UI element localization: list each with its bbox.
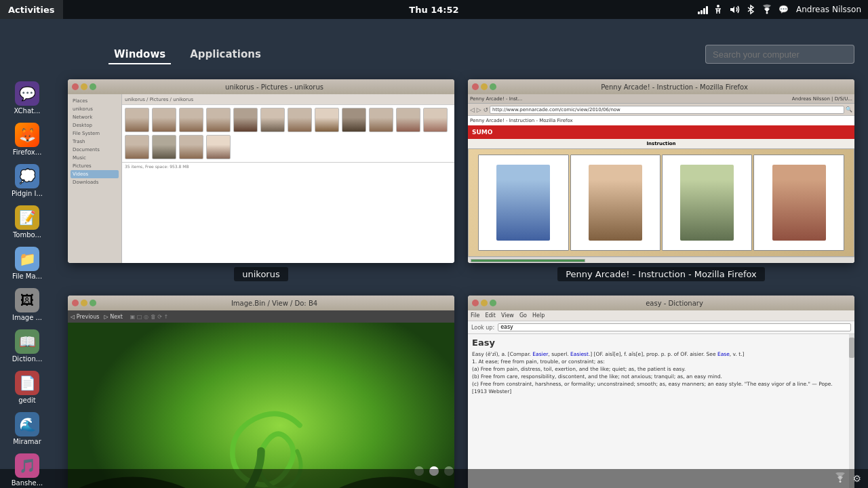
window-card-image: Image.Bin / View / Do: B4 ◁ Previous ▷ N… — [68, 295, 454, 488]
fm-thumb-6 — [260, 108, 285, 132]
close-btn — [72, 83, 79, 90]
dict-scroll-thumb — [849, 338, 854, 358]
sidebar: 💬 XChat... 🦊 Firefox... 💭 Pidgin I... 📝 … — [0, 72, 54, 454]
sidebar-item-banshee[interactable]: 🎵 Banshe... — [4, 451, 50, 488]
miramar-icon: 🌊 — [15, 412, 39, 436]
sidebar-item-firefox[interactable]: 🦊 Firefox... — [4, 120, 50, 159]
tab-windows[interactable]: Windows — [108, 45, 171, 64]
xchat-label: XChat... — [14, 107, 40, 115]
bottom-bar: ⚙ — [0, 469, 868, 488]
ff-comic — [468, 148, 854, 257]
fm-thumb-3 — [179, 108, 203, 132]
user-name[interactable]: Andreas Nilsson — [796, 5, 861, 14]
image-main — [68, 323, 454, 488]
banshee-label: Banshe... — [12, 479, 43, 487]
fm-downloads: Downloads — [71, 178, 119, 186]
sidebar-item-pidgin[interactable]: 💭 Pidgin I... — [4, 161, 50, 200]
image-icon: 🖼 — [15, 288, 39, 312]
activities-button[interactable]: Activities — [0, 0, 63, 19]
gedit-label: gedit — [18, 396, 36, 404]
dict-label: Diction... — [12, 355, 43, 363]
fm-grid — [122, 105, 454, 162]
ff-progress — [471, 259, 585, 262]
window-label-fileman: unikorus — [234, 267, 288, 281]
firefox-content: Penny Arcade! - Inst... Andreas Nilsson … — [468, 94, 854, 263]
search-bar — [705, 45, 854, 64]
fm-sidebar: Places unikorus Network Desktop File Sys… — [68, 94, 122, 263]
fm-thumb-16 — [206, 135, 231, 159]
fm-toolbar: unikorus / Pictures / unikorus — [122, 94, 454, 105]
fm-filesystem: File System — [71, 129, 119, 138]
fm-thumb-12 — [423, 108, 448, 132]
sidebar-item-dict[interactable]: 📖 Diction... — [4, 327, 50, 365]
comic-panel-3 — [662, 155, 752, 251]
fm-thumb-1 — [125, 108, 149, 132]
bottom-wifi-icon — [833, 472, 847, 485]
sidebar-item-miramar[interactable]: 🌊 Miramar — [4, 409, 50, 448]
dict-body: Easy Easy (ē'zĭ), a. [Compar. Easier, su… — [468, 334, 854, 488]
window-preview-fileman[interactable]: unikorus - Pictures - unikorus Places un… — [68, 79, 454, 263]
chat-icon[interactable]: 💬 — [777, 3, 789, 16]
clock: Thu 14:52 — [409, 5, 458, 15]
network-icon[interactable] — [761, 3, 773, 16]
fileman-icon: 📁 — [15, 247, 39, 271]
pidgin-label: Pidgin I... — [12, 190, 43, 197]
fm-thumb-8 — [315, 108, 339, 132]
image-content: ◁ Previous ▷ Next ▣ □ ◎ 🗑 ⟳ ↑ — [68, 310, 454, 488]
sidebar-item-xchat[interactable]: 💬 XChat... — [4, 79, 50, 117]
dict-icon: 📖 — [15, 329, 39, 354]
ff-toolbar: ◁ ▷ ↺ http://www.pennarcade.com/comic/vi… — [468, 104, 854, 116]
comic-panel-4 — [753, 155, 844, 251]
dict-titlebar: easy - Dictionary — [468, 296, 854, 310]
ff-page-title: Penny Arcade! - Instruction - Mozilla Fi… — [468, 116, 854, 125]
window-preview-dict[interactable]: easy - Dictionary File Edit View Go Help — [468, 296, 854, 488]
min-btn — [81, 83, 87, 90]
tab-applications[interactable]: Applications — [184, 45, 267, 64]
fm-thumb-14 — [152, 135, 176, 159]
svg-point-0 — [717, 5, 719, 7]
firefox-label: Firefox... — [13, 148, 42, 156]
dict-scrollbar[interactable] — [849, 334, 854, 488]
miramar-label: Miramar — [13, 438, 41, 445]
dict-definition: Easy (ē'zĭ), a. [Compar. Easier, superl.… — [472, 351, 850, 395]
signal-icon — [698, 5, 708, 14]
search-input[interactable] — [705, 45, 854, 64]
tomboy-icon: 📝 — [15, 205, 39, 230]
fm-network: Network — [71, 113, 119, 121]
fm-thumb-4 — [206, 108, 231, 132]
firefox-title: Penny Arcade! - Instruction - Mozilla Fi… — [498, 83, 850, 91]
fm-thumb-2 — [152, 108, 176, 132]
dict-lookup-input[interactable]: easy — [498, 323, 851, 331]
sidebar-item-fileman[interactable]: 📁 File Ma... — [4, 244, 50, 283]
fm-docs: Documents — [71, 146, 119, 154]
fm-thumb-7 — [288, 108, 312, 132]
dict-content: File Edit View Go Help Look up: easy — [468, 310, 854, 488]
banshee-icon: 🎵 — [15, 453, 39, 478]
ff-statusbar — [468, 257, 854, 263]
fileman-title: unikorus - Pictures - unikorus — [98, 83, 450, 91]
fm-desktop: Desktop — [71, 121, 119, 129]
top-bar: Activities Thu 14:52 — [0, 0, 868, 19]
sidebar-item-gedit[interactable]: 📄 gedit — [4, 368, 50, 407]
image-toolbar: ◁ Previous ▷ Next ▣ □ ◎ 🗑 ⟳ ↑ — [68, 310, 454, 323]
dict-title: easy - Dictionary — [498, 300, 850, 307]
fm-thumb-15 — [179, 135, 203, 159]
bottom-settings-icon[interactable]: ⚙ — [852, 473, 861, 484]
fm-music: Music — [71, 154, 119, 162]
image-label: Image ... — [12, 314, 42, 321]
bluetooth-icon[interactable] — [745, 3, 757, 16]
comic-panel-1 — [478, 155, 568, 251]
comic-panel-2 — [570, 155, 660, 251]
dict-word: Easy — [472, 337, 850, 349]
ff-urlbar: http://www.pennarcade.com/comic/view/201… — [490, 106, 844, 114]
window-card-fileman: unikorus - Pictures - unikorus Places un… — [68, 79, 454, 281]
window-preview-image[interactable]: Image.Bin / View / Do: B4 ◁ Previous ▷ N… — [68, 296, 454, 488]
sound-icon[interactable] — [728, 3, 741, 16]
window-preview-firefox[interactable]: Penny Arcade! - Instruction - Mozilla Fi… — [468, 79, 854, 263]
max-btn — [90, 83, 96, 90]
ff-instruction-title: Instruction — [468, 139, 854, 148]
sidebar-item-image[interactable]: 🖼 Image ... — [4, 285, 50, 324]
sidebar-item-tomboy[interactable]: 📝 Tombo... — [4, 203, 50, 241]
activities-label: Activities — [8, 5, 55, 15]
accessibility-icon[interactable] — [712, 3, 724, 16]
